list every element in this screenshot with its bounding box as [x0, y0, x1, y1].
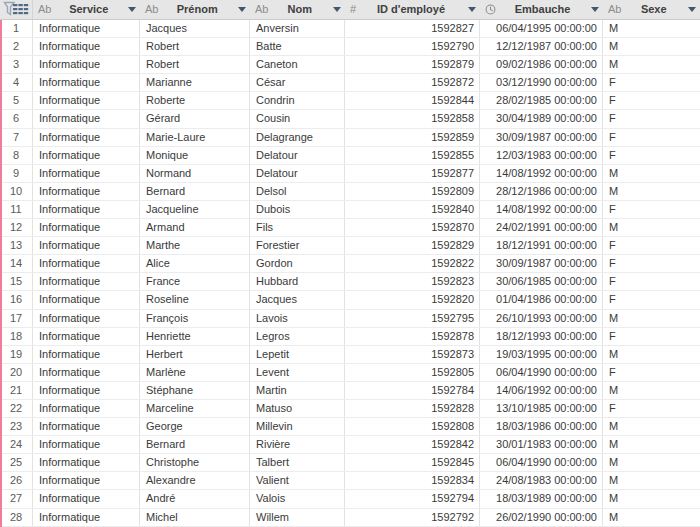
row-number[interactable]: 18: [0, 328, 33, 345]
filter-dropdown-icon[interactable]: [688, 7, 696, 12]
cell-embauche[interactable]: 24/08/1983 00:00:00: [480, 472, 603, 489]
cell-embauche[interactable]: 14/08/1992 00:00:00: [480, 165, 603, 182]
cell-service[interactable]: Informatique: [33, 183, 140, 200]
row-number[interactable]: 16: [0, 291, 33, 308]
filter-dropdown-icon[interactable]: [591, 7, 599, 12]
row-number[interactable]: 7: [0, 129, 33, 146]
row-number[interactable]: 15: [0, 273, 33, 290]
row-number[interactable]: 2: [0, 38, 33, 55]
cell-nom[interactable]: Anversin: [250, 20, 345, 37]
cell-service[interactable]: Informatique: [33, 490, 140, 507]
cell-id[interactable]: 1592792: [345, 509, 480, 526]
cell-id[interactable]: 1592844: [345, 92, 480, 109]
cell-nom[interactable]: Fils: [250, 219, 345, 236]
cell-sexe[interactable]: F: [603, 237, 700, 254]
cell-id[interactable]: 1592823: [345, 273, 480, 290]
row-number[interactable]: 26: [0, 472, 33, 489]
row-number[interactable]: 25: [0, 454, 33, 471]
cell-service[interactable]: Informatique: [33, 56, 140, 73]
cell-embauche[interactable]: 30/04/1989 00:00:00: [480, 110, 603, 127]
cell-prenom[interactable]: Marie-Laure: [140, 129, 250, 146]
cell-id[interactable]: 1592840: [345, 201, 480, 218]
row-number[interactable]: 3: [0, 56, 33, 73]
cell-service[interactable]: Informatique: [33, 74, 140, 91]
filter-dropdown-icon[interactable]: [468, 7, 476, 12]
cell-prenom[interactable]: Henriette: [140, 328, 250, 345]
cell-sexe[interactable]: M: [603, 56, 700, 73]
cell-service[interactable]: Informatique: [33, 509, 140, 526]
cell-service[interactable]: Informatique: [33, 310, 140, 327]
column-header-prenom[interactable]: AbPrénom: [140, 0, 250, 19]
cell-nom[interactable]: Cousin: [250, 110, 345, 127]
cell-nom[interactable]: Delsol: [250, 183, 345, 200]
cell-prenom[interactable]: Roseline: [140, 291, 250, 308]
cell-nom[interactable]: Martin: [250, 382, 345, 399]
cell-id[interactable]: 1592794: [345, 490, 480, 507]
select-all-table-button[interactable]: [0, 0, 33, 19]
cell-embauche[interactable]: 14/06/1992 00:00:00: [480, 382, 603, 399]
cell-sexe[interactable]: M: [603, 183, 700, 200]
cell-sexe[interactable]: M: [603, 165, 700, 182]
cell-embauche[interactable]: 13/10/1985 00:00:00: [480, 400, 603, 417]
cell-id[interactable]: 1592873: [345, 346, 480, 363]
cell-service[interactable]: Informatique: [33, 364, 140, 381]
cell-embauche[interactable]: 30/01/1983 00:00:00: [480, 436, 603, 453]
row-number[interactable]: 23: [0, 418, 33, 435]
cell-service[interactable]: Informatique: [33, 165, 140, 182]
cell-nom[interactable]: Lavois: [250, 310, 345, 327]
cell-service[interactable]: Informatique: [33, 255, 140, 272]
cell-sexe[interactable]: F: [603, 328, 700, 345]
cell-service[interactable]: Informatique: [33, 237, 140, 254]
cell-sexe[interactable]: M: [603, 20, 700, 37]
cell-prenom[interactable]: André: [140, 490, 250, 507]
cell-nom[interactable]: César: [250, 74, 345, 91]
column-header-nom[interactable]: AbNom: [250, 0, 345, 19]
cell-sexe[interactable]: M: [603, 346, 700, 363]
cell-sexe[interactable]: M: [603, 436, 700, 453]
cell-id[interactable]: 1592795: [345, 310, 480, 327]
cell-embauche[interactable]: 14/08/1992 00:00:00: [480, 201, 603, 218]
cell-prenom[interactable]: Jacques: [140, 20, 250, 37]
cell-id[interactable]: 1592872: [345, 74, 480, 91]
cell-sexe[interactable]: M: [603, 509, 700, 526]
cell-sexe[interactable]: M: [603, 490, 700, 507]
cell-nom[interactable]: Willem: [250, 509, 345, 526]
cell-service[interactable]: Informatique: [33, 147, 140, 164]
cell-nom[interactable]: Caneton: [250, 56, 345, 73]
filter-dropdown-icon[interactable]: [128, 7, 136, 12]
cell-prenom[interactable]: Alexandre: [140, 472, 250, 489]
row-number[interactable]: 22: [0, 400, 33, 417]
cell-nom[interactable]: Batte: [250, 38, 345, 55]
cell-nom[interactable]: Condrin: [250, 92, 345, 109]
cell-embauche[interactable]: 18/03/1989 00:00:00: [480, 490, 603, 507]
cell-service[interactable]: Informatique: [33, 328, 140, 345]
cell-sexe[interactable]: F: [603, 110, 700, 127]
row-number[interactable]: 17: [0, 310, 33, 327]
cell-id[interactable]: 1592859: [345, 129, 480, 146]
cell-prenom[interactable]: Jacqueline: [140, 201, 250, 218]
cell-embauche[interactable]: 06/04/1990 00:00:00: [480, 364, 603, 381]
cell-sexe[interactable]: F: [603, 147, 700, 164]
cell-prenom[interactable]: Robert: [140, 56, 250, 73]
cell-nom[interactable]: Gordon: [250, 255, 345, 272]
cell-embauche[interactable]: 19/03/1995 00:00:00: [480, 346, 603, 363]
cell-service[interactable]: Informatique: [33, 38, 140, 55]
cell-nom[interactable]: Jacques: [250, 291, 345, 308]
column-header-id-d-employe[interactable]: #ID d'employé: [345, 0, 480, 19]
cell-id[interactable]: 1592877: [345, 165, 480, 182]
cell-id[interactable]: 1592879: [345, 56, 480, 73]
cell-prenom[interactable]: France: [140, 273, 250, 290]
cell-prenom[interactable]: Christophe: [140, 454, 250, 471]
cell-id[interactable]: 1592878: [345, 328, 480, 345]
cell-nom[interactable]: Forestier: [250, 237, 345, 254]
cell-nom[interactable]: Lepetit: [250, 346, 345, 363]
cell-id[interactable]: 1592808: [345, 418, 480, 435]
cell-prenom[interactable]: Marlène: [140, 364, 250, 381]
cell-embauche[interactable]: 28/02/1985 00:00:00: [480, 92, 603, 109]
cell-nom[interactable]: Millevin: [250, 418, 345, 435]
cell-embauche[interactable]: 01/04/1986 00:00:00: [480, 291, 603, 308]
cell-id[interactable]: 1592842: [345, 436, 480, 453]
cell-id[interactable]: 1592845: [345, 454, 480, 471]
cell-sexe[interactable]: F: [603, 255, 700, 272]
row-number[interactable]: 20: [0, 364, 33, 381]
